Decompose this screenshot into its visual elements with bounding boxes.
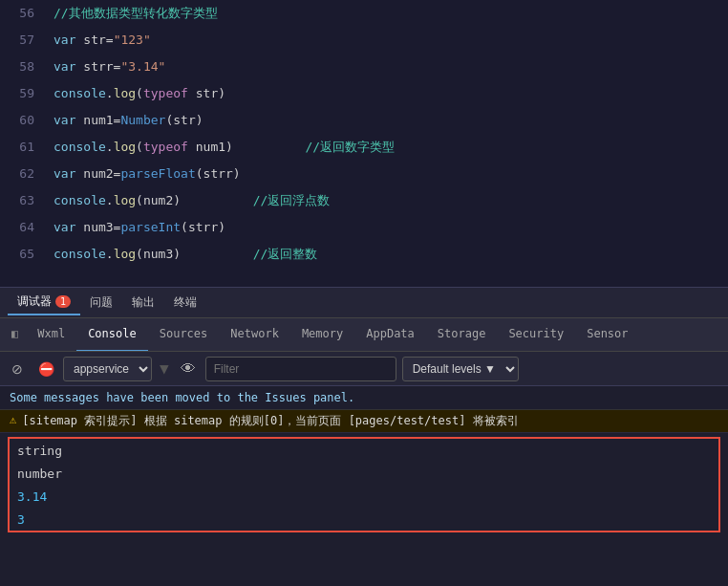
- output-line-314: 3.14: [10, 485, 718, 508]
- output-line-3: 3: [10, 508, 718, 531]
- line-number: 56: [0, 0, 46, 27]
- tab-console[interactable]: Console: [76, 317, 148, 352]
- code-line-65: 65 console.log(num3) //返回整数: [0, 241, 728, 268]
- line-number: 60: [0, 107, 46, 134]
- line-content: //其他数据类型转化数字类型: [46, 0, 218, 27]
- line-number: 59: [0, 80, 46, 107]
- line-number: 63: [0, 187, 46, 214]
- line-content: console.log(typeof num1) //返回数字类型: [46, 134, 395, 161]
- code-line-56: 56 //其他数据类型转化数字类型: [0, 0, 728, 27]
- tab-wxml[interactable]: Wxml: [26, 317, 76, 352]
- tab-issues[interactable]: 问题: [80, 291, 122, 315]
- code-lines: 56 //其他数据类型转化数字类型 57 var str="123" 58 va…: [0, 0, 728, 268]
- code-line-63: 63 console.log(num2) //返回浮点数: [0, 187, 728, 214]
- tab-issues-label: 问题: [90, 294, 113, 311]
- output-line-string: string: [10, 439, 718, 462]
- code-line-57: 57 var str="123": [0, 27, 728, 54]
- line-content: console.log(typeof str): [46, 80, 225, 107]
- tab-debugger[interactable]: 调试器 1: [8, 290, 80, 315]
- tab-terminal[interactable]: 终端: [164, 291, 206, 315]
- debugger-badge: 1: [55, 295, 71, 308]
- clear-console-button[interactable]: ⊘: [6, 358, 29, 380]
- sitemap-text: [sitemap 索引提示] 根据 sitemap 的规则[0]，当前页面 [p…: [22, 413, 518, 429]
- tab-security-label: Security: [508, 327, 564, 340]
- levels-selector[interactable]: Default levels ▼: [402, 357, 519, 381]
- line-number: 64: [0, 214, 46, 241]
- line-content: console.log(num2) //返回浮点数: [46, 187, 330, 214]
- tab-network[interactable]: Network: [219, 317, 290, 352]
- line-number: 65: [0, 241, 46, 268]
- debug-tabbar: 调试器 1 问题 输出 终端: [0, 287, 728, 317]
- line-number: 58: [0, 54, 46, 80]
- line-content: var num2=parseFloat(strr): [46, 161, 241, 187]
- tab-sensor-label: Sensor: [587, 327, 628, 340]
- code-line-60: 60 var num1=Number(str): [0, 107, 728, 134]
- line-content: console.log(num3) //返回整数: [46, 241, 317, 268]
- code-editor: 56 //其他数据类型转化数字类型 57 var str="123" 58 va…: [0, 0, 728, 287]
- sitemap-warning-line: ⚠ [sitemap 索引提示] 根据 sitemap 的规则[0]，当前页面 …: [0, 410, 728, 433]
- tab-sources-label: Sources: [160, 327, 208, 340]
- warning-icon: ⚠: [10, 413, 16, 426]
- tab-console-label: Console: [88, 327, 137, 340]
- code-line-64: 64 var num3=parseInt(strr): [0, 214, 728, 241]
- line-number: 62: [0, 161, 46, 187]
- tab-appdata-label: AppData: [366, 327, 415, 340]
- tab-memory[interactable]: Memory: [290, 317, 354, 352]
- console-toolbar: ⊘ ⛔ appservice ▼ 👁 Default levels ▼: [0, 352, 728, 386]
- info-message: Some messages have been moved to the Iss…: [10, 391, 354, 404]
- output-value-string: string: [17, 444, 62, 458]
- code-line-62: 62 var num2=parseFloat(strr): [0, 161, 728, 187]
- tab-wxml-label: Wxml: [37, 327, 65, 340]
- line-content: var str="123": [46, 27, 151, 54]
- tab-memory-label: Memory: [302, 327, 343, 340]
- output-value-314: 3.14: [17, 489, 47, 504]
- code-line-59: 59 console.log(typeof str): [0, 80, 728, 107]
- tab-debugger-label: 调试器: [17, 293, 52, 310]
- tab-network-label: Network: [230, 327, 279, 340]
- divider: ▼: [160, 359, 169, 378]
- output-value-3: 3: [17, 512, 25, 527]
- code-line-61: 61 console.log(typeof num1) //返回数字类型: [0, 134, 728, 161]
- tab-security[interactable]: Security: [497, 317, 575, 352]
- tab-sensor[interactable]: Sensor: [575, 317, 639, 352]
- line-content: var num3=parseInt(strr): [46, 214, 225, 241]
- filter-input[interactable]: [205, 357, 396, 381]
- console-output-group: string number 3.14 3: [8, 437, 720, 532]
- output-line-number: number: [10, 462, 718, 485]
- tab-output-label: 输出: [132, 294, 155, 311]
- tab-terminal-label: 终端: [174, 294, 197, 311]
- code-line-58: 58 var strr="3.14": [0, 54, 728, 80]
- devtools-left-icon[interactable]: ◧: [4, 317, 26, 352]
- context-selector[interactable]: appservice: [63, 357, 152, 381]
- console-area: Some messages have been moved to the Iss…: [0, 386, 728, 586]
- line-content: var strr="3.14": [46, 54, 165, 80]
- stop-button[interactable]: ⛔: [34, 358, 57, 380]
- devtools-tabbar: ◧ Wxml Console Sources Network Memory Ap…: [0, 317, 728, 352]
- tab-output[interactable]: 输出: [122, 291, 164, 315]
- output-value-number-type: number: [17, 467, 62, 481]
- tab-appdata[interactable]: AppData: [354, 317, 426, 352]
- tab-sources[interactable]: Sources: [148, 317, 220, 352]
- eye-icon[interactable]: 👁: [177, 358, 200, 380]
- console-info-bar: Some messages have been moved to the Iss…: [0, 386, 728, 410]
- line-number: 57: [0, 27, 46, 54]
- tab-storage[interactable]: Storage: [426, 317, 498, 352]
- console-output: ⚠ [sitemap 索引提示] 根据 sitemap 的规则[0]，当前页面 …: [0, 410, 728, 586]
- line-number: 61: [0, 134, 46, 161]
- tab-storage-label: Storage: [438, 327, 486, 340]
- line-content: var num1=Number(str): [46, 107, 203, 134]
